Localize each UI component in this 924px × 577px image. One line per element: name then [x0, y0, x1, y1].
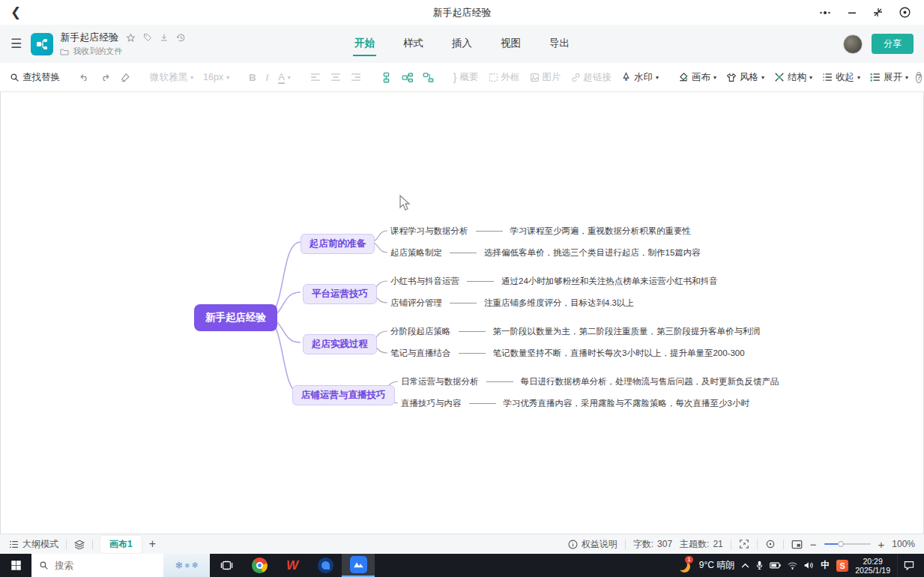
bold-button[interactable]: B	[247, 69, 258, 86]
user-avatar[interactable]	[843, 34, 863, 54]
mindmap-canvas[interactable]: 新手起店经验 起店前的准备 平台运营技巧 起店实践过程 店铺运营与直播技巧 课程…	[0, 92, 924, 534]
mindmap-branch-node[interactable]: 起店前的准备	[301, 234, 375, 254]
align-left-icon[interactable]	[308, 70, 323, 85]
close-icon[interactable]	[899, 7, 911, 18]
fit-screen-icon[interactable]	[739, 539, 749, 549]
insert-parent-topic-icon[interactable]	[420, 69, 436, 86]
chrome-app-icon[interactable]	[243, 554, 276, 577]
weather-widget[interactable]: ❄ ❄ ❄	[163, 554, 210, 577]
mindmap-detail[interactable]: 第一阶段以数量为主，第二阶段注重质量，第三阶段提升客单价与利润	[493, 326, 761, 337]
summary-button[interactable]: }概要	[451, 68, 481, 87]
mindmap-detail[interactable]: 选择偏低客单价，挑选三个类目进行起店，制作15篇内容	[484, 247, 701, 259]
minimap-icon[interactable]	[791, 540, 803, 549]
tab-export[interactable]: 导出	[548, 32, 571, 56]
mindmap-subtopic[interactable]: 课程学习与数据分析	[390, 226, 468, 237]
star-icon[interactable]	[126, 33, 136, 43]
zoom-out-button[interactable]: −	[810, 538, 817, 551]
mindmap-detail[interactable]: 每日进行数据榜单分析，处理物流与售后问题，及时更新负反馈产品	[521, 376, 779, 387]
more-options-icon[interactable]	[819, 10, 831, 15]
locate-center-icon[interactable]	[765, 539, 776, 549]
taskbar-clock[interactable]: 20:29 2025/1/19	[855, 557, 890, 575]
mindmap-detail[interactable]: 笔记数量坚持不断，直播时长每次3小时以上，提升单量至200-300	[493, 348, 745, 359]
notification-center-icon[interactable]	[897, 554, 920, 577]
tab-insert[interactable]: 插入	[450, 32, 474, 56]
battery-icon[interactable]	[770, 562, 781, 569]
document-title[interactable]: 新手起店经验	[60, 31, 118, 44]
tab-style[interactable]: 样式	[402, 32, 425, 56]
browser-app-icon[interactable]	[309, 554, 342, 577]
minimize-icon[interactable]	[848, 8, 857, 17]
mindmap-subtopic[interactable]: 直播技巧与内容	[401, 398, 462, 409]
structure-button[interactable]: 结构▾	[772, 68, 815, 87]
mindmap-detail[interactable]: 学习优秀直播内容，采用露脸与不露脸策略，每次直播至少3小时	[504, 398, 749, 409]
style-button[interactable]: 风格▾	[724, 68, 767, 87]
mindmap-subtopic[interactable]: 店铺评分管理	[390, 297, 442, 309]
mindmap-detail[interactable]: 通过24小时加够粉丝和关注热点榜单来运营小红书和抖音	[501, 276, 718, 287]
collapse-button[interactable]: 收起▾	[820, 68, 863, 87]
wifi-icon[interactable]	[788, 562, 797, 570]
mindmap-app-icon[interactable]	[342, 554, 375, 577]
redo-icon[interactable]	[97, 70, 112, 85]
word-count: 字数: 307	[633, 538, 672, 551]
watermark-button[interactable]: 水印▾	[619, 68, 661, 87]
mindmap-branch-node[interactable]: 起店实践过程	[303, 334, 377, 354]
add-canvas-button[interactable]: +	[149, 537, 156, 551]
connector-dash	[486, 381, 513, 382]
hidden-icons-chevron[interactable]	[741, 563, 749, 568]
canvas-button[interactable]: 画布▾	[676, 68, 719, 87]
sogou-ime-icon[interactable]: S	[836, 560, 848, 572]
font-color-button[interactable]: A▾	[276, 68, 293, 87]
outline-mode-button[interactable]: 大纲模式	[9, 538, 58, 551]
tab-start[interactable]: 开始	[353, 32, 376, 56]
wps-app-icon[interactable]: W	[276, 554, 309, 577]
mindmap-detail[interactable]: 学习课程至少两遍，重视数据分析积累的重要性	[510, 226, 692, 237]
document-location[interactable]: 我收到的文件	[73, 46, 122, 57]
mindmap-detail[interactable]: 注重店铺多维度评分，目标达到4.3以上	[484, 297, 634, 309]
outer-frame-button[interactable]: 外框	[486, 68, 522, 87]
mindmap-root-node[interactable]: 新手起店经验	[194, 304, 277, 331]
weather-tray-icon[interactable]: 1	[677, 558, 692, 573]
search-input[interactable]	[55, 561, 137, 571]
tab-view[interactable]: 视图	[499, 32, 522, 56]
rights-info-button[interactable]: 权益说明	[568, 538, 617, 551]
align-right-icon[interactable]	[348, 70, 363, 85]
ime-indicator[interactable]: 中	[821, 559, 830, 572]
mindmap-subtopic[interactable]: 起店策略制定	[390, 247, 442, 259]
taskbar-search[interactable]	[31, 554, 163, 577]
insert-sibling-topic-icon[interactable]	[378, 69, 394, 86]
insert-subtopic-icon[interactable]	[399, 69, 415, 86]
zoom-in-button[interactable]: +	[878, 538, 885, 551]
microphone-icon[interactable]	[756, 561, 763, 570]
restore-icon[interactable]	[873, 7, 883, 17]
italic-button[interactable]: I	[264, 69, 271, 86]
tag-icon[interactable]	[143, 33, 152, 42]
history-icon[interactable]	[176, 33, 186, 43]
layers-icon[interactable]	[74, 540, 85, 549]
font-family-select[interactable]: 微软雅黑▾	[148, 68, 196, 87]
menu-icon[interactable]: ☰	[10, 36, 22, 52]
mindmap-subtopic[interactable]: 日常运营与数据分析	[401, 376, 479, 387]
undo-icon[interactable]	[77, 70, 92, 85]
expand-button[interactable]: 展开▾	[868, 68, 911, 87]
mindmap-subtopic[interactable]: 笔记与直播结合	[390, 348, 451, 359]
zoom-slider-knob[interactable]	[838, 541, 844, 547]
align-center-icon[interactable]	[328, 70, 343, 85]
mindmap-branch-node[interactable]: 店铺运营与直播技巧	[292, 385, 395, 405]
hyperlink-button[interactable]: 超链接	[569, 68, 615, 87]
download-icon[interactable]	[160, 33, 169, 42]
mindmap-branch-node[interactable]: 平台运营技巧	[303, 284, 377, 304]
task-view-button[interactable]	[210, 554, 243, 577]
mindmap-subtopic[interactable]: 分阶段起店策略	[390, 326, 451, 337]
help-icon[interactable]: ?	[916, 72, 922, 83]
weather-text[interactable]: 9°C 晴朗	[699, 559, 734, 572]
mindmap-subtopic[interactable]: 小红书与抖音运营	[390, 276, 459, 287]
zoom-slider[interactable]	[824, 543, 871, 545]
font-size-select[interactable]: 16px▾	[201, 69, 232, 85]
start-button[interactable]	[0, 554, 31, 577]
canvas-tab-1[interactable]: 画布1	[100, 536, 142, 553]
share-button[interactable]: 分享	[872, 34, 914, 54]
image-button[interactable]: 图片	[528, 68, 564, 87]
find-replace-button[interactable]: 查找替换	[7, 68, 62, 87]
volume-icon[interactable]	[804, 561, 814, 570]
format-painter-icon[interactable]	[118, 70, 133, 85]
